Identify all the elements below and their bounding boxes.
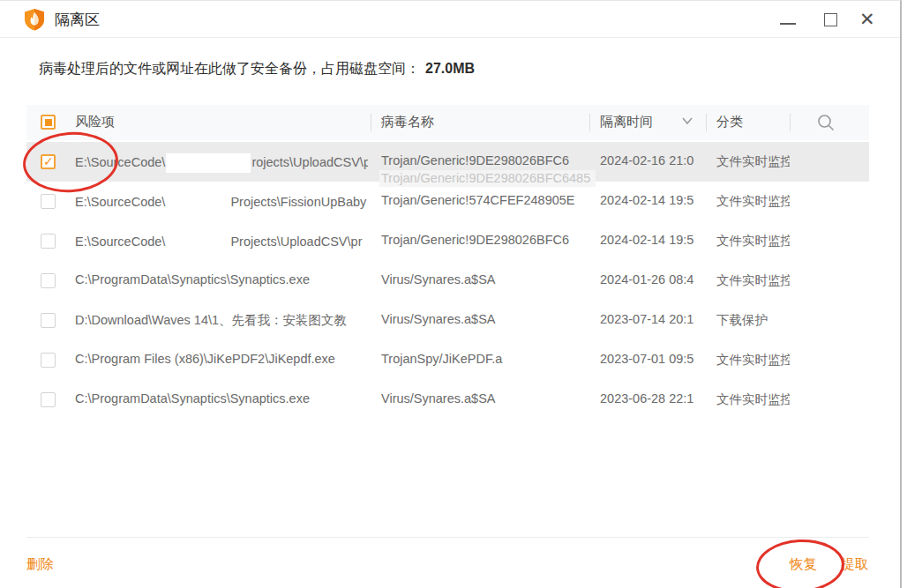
minimize-button[interactable] [775, 1, 801, 38]
path-text: C:\ProgramData\Synaptics\Synaptics.exe [75, 272, 310, 287]
backup-summary: 病毒处理后的文件或网址在此做了安全备份，占用磁盘空间：27.0MB [39, 60, 475, 78]
row-checkbox[interactable] [41, 154, 56, 169]
category-label: 文件实时监控 [716, 193, 790, 210]
row-checkbox[interactable] [41, 392, 56, 407]
table-row[interactable]: E:\SourceCode\Projects\FissionUpBaby Tro… [26, 182, 869, 221]
title-bar: 隔离区 ✕ [0, 1, 900, 38]
path-text: rojects\UploadCSV\pr [251, 155, 368, 169]
column-header-time-sort[interactable]: 隔离时间 [600, 114, 653, 130]
virus-name-tooltip: Trojan/Generic!9DE298026BFC6485 [379, 170, 596, 187]
category-label: 文件实时监控 [716, 233, 790, 249]
quarantine-time: 2024-02-16 21:0 [600, 153, 699, 167]
shield-flame-app-icon [23, 8, 46, 31]
screenshot-stage: 隔离区 ✕ 病毒处理后的文件或网址在此做了安全备份，占用磁盘空间：27.0MB … [0, 0, 907, 588]
redaction-blur [166, 193, 229, 212]
quarantine-time: 2023-07-01 09:5 [600, 352, 699, 366]
chevron-down-icon[interactable] [681, 116, 693, 125]
quarantine-time: 2024-02-14 19:5 [600, 193, 699, 207]
quarantine-time: 2023-07-14 20:1 [600, 312, 699, 326]
summary-text: 病毒处理后的文件或网址在此做了安全备份，占用磁盘空间： [39, 61, 420, 76]
path-text: D:\Download\Waves 14\1、先看我：安装图文教 [75, 313, 347, 327]
quarantine-time: 2024-02-14 19:5 [600, 233, 699, 247]
virus-name: Virus/Synares.a$SA [381, 391, 587, 406]
table-row[interactable]: D:\Download\Waves 14\1、先看我：安装图文教 Virus/S… [26, 301, 869, 340]
path-text: C:\ProgramData\Synaptics\Synaptics.exe [75, 391, 310, 406]
row-checkbox[interactable] [41, 234, 56, 249]
risk-item-path: E:\SourceCode\Projects\UploadCSV\pr [75, 233, 368, 252]
path-text: E:\SourceCode\ [75, 155, 165, 169]
row-checkbox[interactable] [41, 194, 56, 209]
category-label: 文件实时监控 [716, 391, 790, 408]
virus-name: TrojanSpy/JiKePDF.a [381, 352, 587, 366]
risk-item-path: E:\SourceCode\rojects\UploadCSV\pr [75, 153, 368, 173]
path-text: Projects\UploadCSV\pr [230, 234, 362, 249]
quarantine-window: 隔离区 ✕ 病毒处理后的文件或网址在此做了安全备份，占用磁盘空间：27.0MB … [0, 0, 902, 588]
risk-item-path: E:\SourceCode\Projects\FissionUpBaby [75, 193, 368, 212]
redaction-blur [166, 233, 229, 252]
delete-button[interactable]: 删除 [26, 555, 54, 574]
table-header: 风险项 病毒名称 隔离时间 分类 [26, 105, 869, 140]
path-text: Projects\FissionUpBaby [230, 195, 366, 209]
category-label: 下载保护 [716, 312, 790, 329]
window-title: 隔离区 [55, 10, 100, 30]
redaction-blur [166, 153, 251, 173]
quarantine-time: 2024-01-26 08:4 [600, 272, 699, 287]
category-label: 文件实时监控 [716, 272, 790, 289]
search-icon[interactable] [816, 113, 836, 132]
select-all-checkbox[interactable] [41, 115, 56, 130]
column-divider [371, 114, 371, 131]
path-text: E:\SourceCode\ [75, 195, 165, 209]
risk-item-path: C:\ProgramData\Synaptics\Synaptics.exe [75, 272, 368, 287]
column-divider [790, 114, 791, 131]
risk-item-path: C:\ProgramData\Synaptics\Synaptics.exe [75, 391, 368, 406]
row-checkbox[interactable] [41, 273, 56, 288]
virus-name: Trojan/Generic!9DE298026BFC6 [381, 153, 587, 167]
table-row[interactable]: E:\SourceCode\Projects\UploadCSV\pr Troj… [26, 221, 869, 261]
table-row[interactable]: C:\ProgramData\Synaptics\Synaptics.exe V… [26, 380, 869, 420]
column-divider [706, 114, 707, 131]
table-row[interactable]: C:\ProgramData\Synaptics\Synaptics.exe V… [26, 261, 869, 301]
close-button[interactable]: ✕ [856, 1, 882, 38]
risk-item-path: D:\Download\Waves 14\1、先看我：安装图文教 [75, 312, 368, 329]
risk-item-path: C:\Program Files (x86)\JiKePDF2\JiKepdf.… [75, 352, 368, 366]
table-row[interactable]: C:\Program Files (x86)\JiKePDF2\JiKepdf.… [26, 340, 869, 380]
close-icon: ✕ [859, 8, 875, 31]
quarantine-time: 2023-06-28 22:1 [600, 391, 699, 406]
virus-name: Virus/Synares.a$SA [381, 272, 587, 287]
disk-usage-value: 27.0MB [425, 61, 475, 76]
row-checkbox[interactable] [41, 313, 56, 328]
column-divider [589, 114, 590, 131]
maximize-button[interactable] [817, 1, 843, 38]
virus-name: Trojan/Generic!9DE298026BFC6 [381, 233, 587, 247]
path-text: C:\Program Files (x86)\JiKePDF2\JiKepdf.… [75, 352, 335, 366]
virus-name: Virus/Synares.a$SA [381, 312, 587, 326]
category-label: 文件实时监控 [716, 352, 790, 368]
restore-button[interactable]: 恢复 [790, 555, 817, 574]
row-checkbox[interactable] [41, 353, 56, 368]
column-header-risk: 风险项 [75, 114, 115, 130]
maximize-icon [824, 13, 837, 26]
column-header-virus: 病毒名称 [381, 114, 434, 130]
minimize-icon [780, 23, 796, 25]
column-header-category: 分类 [716, 114, 743, 130]
footer-divider [26, 537, 869, 538]
extract-button[interactable]: 提取 [841, 555, 868, 574]
path-text: E:\SourceCode\ [75, 234, 165, 249]
category-label: 文件实时监控 [716, 153, 790, 170]
virus-name: Trojan/Generic!574CFEF248905E [381, 193, 587, 207]
